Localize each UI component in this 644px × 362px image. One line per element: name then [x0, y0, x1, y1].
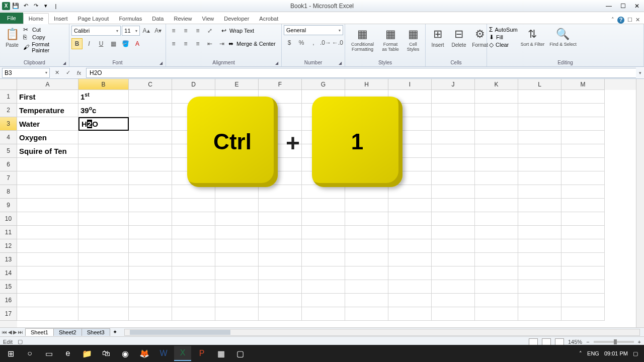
font-size-combo[interactable]: 11▾ — [122, 26, 140, 36]
cell-B14[interactable] — [78, 266, 129, 280]
cell-L14[interactable] — [518, 266, 561, 280]
cell-F9[interactable] — [259, 199, 302, 212]
row-header-9[interactable]: 9 — [0, 199, 17, 212]
cell-M7[interactable] — [561, 171, 605, 185]
tab-developer[interactable]: Developer — [219, 14, 254, 24]
row-header-17[interactable]: 17 — [0, 307, 17, 321]
col-header-B[interactable]: B — [78, 79, 129, 90]
cell-M4[interactable] — [561, 131, 605, 144]
font-launcher-icon[interactable]: ◢ — [159, 61, 163, 65]
firefox-icon[interactable]: 🦊 — [136, 346, 153, 361]
qat-custom-icon[interactable]: ▾ — [41, 2, 50, 11]
zoom-level[interactable]: 145% — [568, 339, 582, 345]
col-header-L[interactable]: L — [518, 79, 561, 90]
col-header-I[interactable]: I — [388, 79, 432, 90]
chrome-icon[interactable]: ◉ — [117, 346, 134, 361]
cell-J17[interactable] — [432, 307, 475, 321]
paste-button[interactable]: 📋Paste — [2, 25, 22, 49]
cell-F12[interactable] — [259, 239, 302, 253]
close-button[interactable]: ✕ — [632, 2, 642, 10]
cell-B15[interactable] — [78, 280, 129, 294]
cell-M10[interactable] — [561, 212, 605, 226]
file-explorer-icon[interactable]: 📁 — [78, 346, 96, 361]
tab-view[interactable]: View — [197, 14, 219, 24]
align-bottom-icon[interactable]: ≡ — [192, 25, 203, 36]
cell-B1[interactable]: 1st — [78, 90, 129, 104]
cell-A1[interactable]: First — [17, 90, 78, 104]
delete-cells-button[interactable]: ⊟Delete — [449, 25, 469, 49]
cell-G8[interactable] — [302, 185, 345, 199]
cell-J16[interactable] — [432, 294, 475, 307]
cell-K3[interactable] — [475, 117, 518, 131]
col-header-G[interactable]: G — [302, 79, 345, 90]
shrink-font-icon[interactable]: A▾ — [152, 25, 164, 36]
bold-button[interactable]: B — [71, 38, 83, 49]
cell-J9[interactable] — [432, 199, 475, 212]
cell-J4[interactable] — [432, 131, 475, 144]
cell-G10[interactable] — [302, 212, 345, 226]
cell-L6[interactable] — [518, 158, 561, 171]
cell-H11[interactable] — [345, 226, 388, 239]
comma-icon[interactable]: , — [308, 37, 319, 48]
cell-L12[interactable] — [518, 239, 561, 253]
cell-K8[interactable] — [475, 185, 518, 199]
insert-cells-button[interactable]: ⊞Insert — [428, 25, 448, 49]
cell-B8[interactable] — [78, 185, 129, 199]
cell-C7[interactable] — [129, 171, 172, 185]
cancel-edit-icon[interactable]: ✕ — [52, 68, 62, 78]
cell-I8[interactable] — [388, 185, 432, 199]
sheet-nav-last-icon[interactable]: ⏭ — [18, 329, 23, 335]
cell-D9[interactable] — [172, 199, 215, 212]
cell-M1[interactable] — [561, 90, 605, 104]
powerpoint-icon[interactable]: P — [193, 346, 210, 361]
cell-B5[interactable] — [78, 144, 129, 158]
cell-K2[interactable] — [475, 104, 518, 117]
cell-L16[interactable] — [518, 294, 561, 307]
tab-acrobat[interactable]: Acrobat — [254, 14, 283, 24]
cell-A3[interactable]: Water — [17, 117, 78, 131]
border-button[interactable]: ▦ — [108, 38, 119, 49]
cell-L9[interactable] — [518, 199, 561, 212]
tray-chevron-icon[interactable]: ˄ — [579, 350, 582, 357]
cell-K10[interactable] — [475, 212, 518, 226]
cell-D17[interactable] — [172, 307, 215, 321]
cell-K17[interactable] — [475, 307, 518, 321]
cell-B17[interactable] — [78, 307, 129, 321]
font-name-combo[interactable]: Calibri▾ — [71, 26, 121, 36]
cell-B3[interactable]: H2O — [78, 117, 129, 131]
sheet-nav-next-icon[interactable]: ▶ — [13, 329, 17, 335]
cell-H17[interactable] — [345, 307, 388, 321]
col-header-J[interactable]: J — [432, 79, 475, 90]
cell-C15[interactable] — [129, 280, 172, 294]
format-painter-button[interactable]: 🖌Format Painter — [23, 41, 67, 53]
start-button[interactable]: ⊞ — [2, 346, 19, 361]
tray-notifications-icon[interactable]: ▢ — [633, 350, 638, 357]
horizontal-scrollbar[interactable] — [124, 329, 640, 336]
zoom-slider[interactable] — [594, 341, 634, 343]
cell-F17[interactable] — [259, 307, 302, 321]
sheet-tab-3[interactable]: Sheet3 — [82, 328, 110, 336]
tab-insert[interactable]: Insert — [49, 14, 73, 24]
cell-B10[interactable] — [78, 212, 129, 226]
tab-page-layout[interactable]: Page Layout — [73, 14, 114, 24]
increase-decimal-icon[interactable]: .0→ — [320, 37, 331, 48]
find-select-button[interactable]: 🔍Find & Select — [547, 25, 579, 48]
cell-B4[interactable] — [78, 131, 129, 144]
row-header-2[interactable]: 2 — [0, 104, 17, 117]
window-restore-icon[interactable]: ☐ — [627, 17, 632, 24]
cell-M17[interactable] — [561, 307, 605, 321]
cell-D8[interactable] — [172, 185, 215, 199]
cell-D14[interactable] — [172, 266, 215, 280]
zoom-in-button[interactable]: + — [638, 339, 641, 345]
maximize-button[interactable]: ☐ — [618, 2, 628, 10]
clear-button[interactable]: ◇Clear — [489, 41, 518, 48]
cell-L5[interactable] — [518, 144, 561, 158]
cell-C5[interactable] — [129, 144, 172, 158]
cell-B6[interactable] — [78, 158, 129, 171]
undo-icon[interactable]: ↶ — [21, 2, 30, 11]
cell-J11[interactable] — [432, 226, 475, 239]
col-header-C[interactable]: C — [129, 79, 172, 90]
cell-E13[interactable] — [215, 253, 259, 266]
cell-E11[interactable] — [215, 226, 259, 239]
app2-icon[interactable]: ▢ — [231, 346, 249, 361]
